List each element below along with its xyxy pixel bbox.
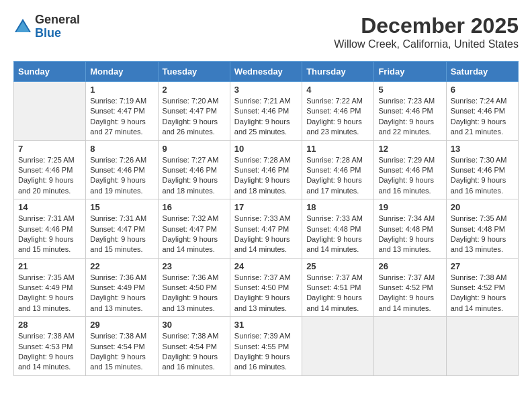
calendar-cell: 31Sunrise: 7:39 AMSunset: 4:55 PMDayligh… [230,317,302,376]
day-info: Sunrise: 7:37 AMSunset: 4:50 PMDaylight:… [234,273,298,314]
week-row-5: 28Sunrise: 7:38 AMSunset: 4:53 PMDayligh… [14,317,519,376]
calendar-cell [374,317,446,376]
day-info: Sunrise: 7:39 AMSunset: 4:55 PMDaylight:… [234,331,298,373]
calendar-cell: 6Sunrise: 7:24 AMSunset: 4:46 PMDaylight… [446,82,518,141]
day-info: Sunrise: 7:31 AMSunset: 4:47 PMDaylight:… [90,214,153,255]
day-number: 13 [451,144,514,154]
day-info: Sunrise: 7:29 AMSunset: 4:46 PMDaylight:… [378,155,441,197]
calendar-body: 1Sunrise: 7:19 AMSunset: 4:47 PMDaylight… [14,82,519,376]
logo: General Blue [13,13,80,40]
day-number: 3 [234,85,298,95]
logo-blue-text: Blue [35,27,80,40]
day-info: Sunrise: 7:38 AMSunset: 4:54 PMDaylight:… [163,331,226,373]
calendar-cell: 12Sunrise: 7:29 AMSunset: 4:46 PMDayligh… [374,140,446,199]
location-title: Willow Creek, California, United States [334,38,519,50]
day-number: 9 [163,144,226,154]
day-number: 24 [234,261,298,271]
day-number: 8 [90,144,153,154]
day-number: 2 [163,85,226,95]
header-row: SundayMondayTuesdayWednesdayThursdayFrid… [14,62,519,82]
day-info: Sunrise: 7:25 AMSunset: 4:46 PMDaylight:… [18,155,81,197]
day-info: Sunrise: 7:19 AMSunset: 4:47 PMDaylight:… [90,96,153,138]
header-day-wednesday: Wednesday [230,62,302,82]
day-number: 12 [378,144,441,154]
day-number: 26 [378,261,441,271]
day-number: 10 [234,144,298,154]
calendar-cell: 22Sunrise: 7:36 AMSunset: 4:49 PMDayligh… [86,258,158,317]
calendar-cell: 10Sunrise: 7:28 AMSunset: 4:46 PMDayligh… [230,140,302,199]
calendar-cell: 13Sunrise: 7:30 AMSunset: 4:46 PMDayligh… [446,140,518,199]
header-day-monday: Monday [86,62,158,82]
calendar-cell: 20Sunrise: 7:35 AMSunset: 4:48 PMDayligh… [446,199,518,259]
day-info: Sunrise: 7:33 AMSunset: 4:47 PMDaylight:… [234,214,298,255]
day-number: 16 [163,202,226,212]
day-info: Sunrise: 7:22 AMSunset: 4:46 PMDaylight:… [306,96,369,138]
day-info: Sunrise: 7:26 AMSunset: 4:46 PMDaylight:… [90,155,153,197]
day-number: 19 [378,202,441,212]
day-info: Sunrise: 7:31 AMSunset: 4:46 PMDaylight:… [18,214,81,255]
day-number: 21 [18,261,81,271]
day-info: Sunrise: 7:28 AMSunset: 4:46 PMDaylight:… [234,155,298,197]
calendar-cell: 2Sunrise: 7:20 AMSunset: 4:47 PMDaylight… [158,82,230,141]
logo-icon [13,17,32,36]
calendar-cell: 24Sunrise: 7:37 AMSunset: 4:50 PMDayligh… [230,258,302,317]
day-number: 17 [234,202,298,212]
day-info: Sunrise: 7:36 AMSunset: 4:49 PMDaylight:… [90,273,153,314]
day-number: 1 [90,85,153,95]
calendar-cell: 7Sunrise: 7:25 AMSunset: 4:46 PMDaylight… [14,140,86,199]
calendar-cell: 14Sunrise: 7:31 AMSunset: 4:46 PMDayligh… [14,199,86,259]
calendar-cell: 8Sunrise: 7:26 AMSunset: 4:46 PMDaylight… [86,140,158,199]
day-number: 14 [18,202,81,212]
calendar-cell: 15Sunrise: 7:31 AMSunset: 4:47 PMDayligh… [86,199,158,259]
week-row-3: 14Sunrise: 7:31 AMSunset: 4:46 PMDayligh… [14,199,519,259]
calendar-cell: 18Sunrise: 7:33 AMSunset: 4:48 PMDayligh… [302,199,374,259]
logo-general-text: General [35,13,80,27]
header-day-saturday: Saturday [446,62,518,82]
calendar-cell: 28Sunrise: 7:38 AMSunset: 4:53 PMDayligh… [14,317,86,376]
calendar-header: SundayMondayTuesdayWednesdayThursdayFrid… [14,62,519,82]
day-number: 18 [306,202,369,212]
day-info: Sunrise: 7:28 AMSunset: 4:46 PMDaylight:… [306,155,369,197]
header-day-tuesday: Tuesday [158,62,230,82]
day-number: 11 [306,144,369,154]
day-info: Sunrise: 7:38 AMSunset: 4:53 PMDaylight:… [18,331,81,373]
day-info: Sunrise: 7:38 AMSunset: 4:52 PMDaylight:… [451,273,514,314]
calendar-cell: 1Sunrise: 7:19 AMSunset: 4:47 PMDaylight… [86,82,158,141]
calendar-cell: 25Sunrise: 7:37 AMSunset: 4:51 PMDayligh… [302,258,374,317]
day-info: Sunrise: 7:35 AMSunset: 4:49 PMDaylight:… [18,273,81,314]
calendar-cell: 3Sunrise: 7:21 AMSunset: 4:46 PMDaylight… [230,82,302,141]
week-row-2: 7Sunrise: 7:25 AMSunset: 4:46 PMDaylight… [14,140,519,199]
day-number: 31 [234,320,298,330]
day-info: Sunrise: 7:21 AMSunset: 4:46 PMDaylight:… [234,96,298,138]
calendar-cell: 29Sunrise: 7:38 AMSunset: 4:54 PMDayligh… [86,317,158,376]
calendar-cell: 16Sunrise: 7:32 AMSunset: 4:47 PMDayligh… [158,199,230,259]
calendar-cell: 19Sunrise: 7:34 AMSunset: 4:48 PMDayligh… [374,199,446,259]
calendar-cell: 23Sunrise: 7:36 AMSunset: 4:50 PMDayligh… [158,258,230,317]
week-row-1: 1Sunrise: 7:19 AMSunset: 4:47 PMDaylight… [14,82,519,141]
day-number: 15 [90,202,153,212]
day-number: 29 [90,320,153,330]
day-number: 30 [163,320,226,330]
day-number: 28 [18,320,81,330]
day-number: 4 [306,85,369,95]
day-number: 7 [18,144,81,154]
day-number: 22 [90,261,153,271]
calendar-cell [14,82,86,141]
header-day-sunday: Sunday [14,62,86,82]
calendar-cell: 21Sunrise: 7:35 AMSunset: 4:49 PMDayligh… [14,258,86,317]
calendar-table: SundayMondayTuesdayWednesdayThursdayFrid… [13,61,519,376]
day-info: Sunrise: 7:34 AMSunset: 4:48 PMDaylight:… [378,214,441,255]
page-header: General Blue December 2025 Willow Creek,… [13,13,519,50]
calendar-cell: 4Sunrise: 7:22 AMSunset: 4:46 PMDaylight… [302,82,374,141]
day-info: Sunrise: 7:33 AMSunset: 4:48 PMDaylight:… [306,214,369,255]
header-day-thursday: Thursday [302,62,374,82]
day-number: 25 [306,261,369,271]
day-number: 20 [451,202,514,212]
day-info: Sunrise: 7:37 AMSunset: 4:52 PMDaylight:… [378,273,441,314]
logo-text: General Blue [35,13,80,40]
calendar-cell: 5Sunrise: 7:23 AMSunset: 4:46 PMDaylight… [374,82,446,141]
week-row-4: 21Sunrise: 7:35 AMSunset: 4:49 PMDayligh… [14,258,519,317]
day-number: 23 [163,261,226,271]
day-info: Sunrise: 7:36 AMSunset: 4:50 PMDaylight:… [163,273,226,314]
calendar-cell: 9Sunrise: 7:27 AMSunset: 4:46 PMDaylight… [158,140,230,199]
